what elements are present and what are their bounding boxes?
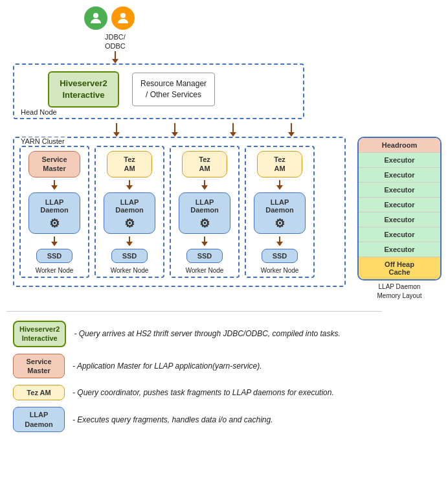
worker-node-1: ServiceMaster LLAPDaemon ⚙ SSD Worker — [19, 146, 89, 278]
memory-offheap: Off HeapCache — [359, 257, 440, 279]
hiveserver2-box: Hiveserver2Interactive — [48, 71, 119, 108]
tez-am-box-4: TezAM — [257, 151, 302, 178]
legend-item-tez-am: Tez AM - Query coordinator, pushes task … — [13, 385, 442, 400]
svg-point-0 — [93, 13, 98, 18]
service-master-box: ServiceMaster — [28, 151, 80, 178]
gear-icon-4: ⚙ — [274, 216, 285, 231]
legend-section: Hiveserver2Interactive - Query arrives a… — [13, 321, 442, 432]
llap-daemon-2: LLAPDaemon ⚙ — [104, 192, 155, 234]
gear-icon-3: ⚙ — [199, 216, 210, 231]
user-icon-green — [84, 6, 107, 30]
arrow-to-node1 — [113, 123, 120, 137]
divider — [6, 311, 382, 312]
tez-am-box-2: TezAM — [107, 151, 152, 178]
memory-executor-2: Executor — [359, 168, 440, 183]
worker-node-label-2: Worker Node — [111, 267, 149, 274]
diagram-container: JDBC/ODBC Head Node Hiveserver2Interacti… — [0, 0, 448, 439]
arrow-to-node4 — [288, 123, 295, 137]
legend-hiveserver2-box: Hiveserver2Interactive — [13, 321, 66, 347]
ssd-box-2: SSD — [111, 249, 148, 263]
ssd-box-4: SSD — [262, 249, 298, 263]
memory-executor-4: Executor — [359, 198, 440, 212]
memory-executor-3: Executor — [359, 183, 440, 198]
worker-node-3: TezAM LLAPDaemon ⚙ SSD Worker Node — [170, 146, 240, 278]
head-node-label: Head Node — [19, 108, 58, 116]
legend-tez-am-box: Tez AM — [13, 385, 65, 400]
ssd-box-3: SSD — [186, 249, 223, 263]
legend-item-service-master: ServiceMaster - Application Master for L… — [13, 354, 442, 379]
arrow-tez-llap-3 — [201, 180, 208, 190]
tez-am-box-3: TezAM — [182, 151, 227, 178]
legend-hiveserver2-text: - Query arrives at HS2 thrift server thr… — [74, 329, 340, 338]
ssd-box-1: SSD — [36, 249, 73, 263]
gear-icon-2: ⚙ — [124, 216, 135, 231]
llap-memory-box: Headroom Executor Executor Executor Exec… — [357, 137, 442, 281]
memory-executor-7: Executor — [359, 242, 440, 257]
legend-tez-am-text: - Query coordinator, pushes task fragmen… — [73, 388, 334, 397]
resource-manager-box: Resource Manager/ Other Services — [132, 73, 215, 106]
user-icons — [84, 6, 135, 30]
worker-node-4: TezAM LLAPDaemon ⚙ SSD Worker Node — [245, 146, 315, 278]
arrow-llap-ssd-3 — [201, 236, 208, 246]
llap-daemon-4: LLAPDaemon ⚙ — [254, 192, 306, 234]
arrow-tez-llap-2 — [126, 180, 133, 190]
arrow-tez-llap-4 — [276, 180, 283, 190]
worker-node-label-4: Worker Node — [261, 267, 299, 274]
llap-memory-label: LLAP DaemonMemory Layout — [377, 282, 422, 301]
llap-daemon-3: LLAPDaemon ⚙ — [179, 192, 230, 234]
llap-memory-layout: Headroom Executor Executor Executor Exec… — [357, 137, 442, 301]
worker-node-label-3: Worker Node — [186, 267, 224, 274]
arrow-to-node3 — [230, 123, 236, 137]
worker-node-label-1: Worker Node — [36, 267, 74, 274]
legend-item-hiveserver2: Hiveserver2Interactive - Query arrives a… — [13, 321, 442, 347]
legend-llap-box: LLAPDaemon — [13, 407, 65, 432]
legend-item-llap: LLAPDaemon - Executes query fragments, h… — [13, 407, 442, 432]
user-icon-orange — [111, 6, 135, 30]
legend-service-master-text: - Application Master for LLAP applicatio… — [73, 361, 262, 371]
jdbc-label: JDBC/ODBC — [105, 32, 126, 51]
gear-icon-1: ⚙ — [49, 216, 60, 231]
legend-service-master-box: ServiceMaster — [13, 354, 65, 379]
svg-point-1 — [120, 13, 126, 18]
jdbc-arrow — [112, 51, 118, 63]
memory-executor-5: Executor — [359, 212, 440, 227]
arrow-llap-ssd-1 — [51, 236, 58, 246]
memory-headroom: Headroom — [359, 138, 440, 153]
yarn-cluster-label: YARN Cluster — [19, 137, 66, 145]
arrow-llap-ssd-2 — [126, 236, 133, 246]
legend-llap-text: - Executes query fragments, handles data… — [73, 415, 273, 424]
arrow-to-node2 — [172, 123, 178, 137]
worker-node-2: TezAM LLAPDaemon ⚙ SSD Worker Node — [95, 146, 164, 278]
memory-executor-1: Executor — [359, 153, 440, 168]
arrow-llap-ssd-4 — [276, 236, 283, 246]
memory-executor-6: Executor — [359, 227, 440, 242]
llap-daemon-1: LLAPDaemon ⚙ — [28, 192, 80, 234]
arrow-sm-llap — [51, 180, 58, 190]
